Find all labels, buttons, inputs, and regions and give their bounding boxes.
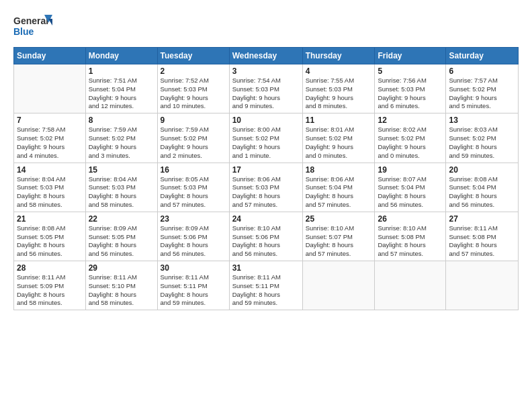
calendar-cell: 23Sunrise: 8:09 AMSunset: 5:06 PMDayligh… bbox=[157, 212, 229, 261]
day-number: 30 bbox=[161, 263, 226, 273]
day-number: 13 bbox=[449, 116, 515, 125]
calendar-week-row: 14Sunrise: 8:04 AMSunset: 5:03 PMDayligh… bbox=[14, 163, 519, 212]
calendar-cell: 26Sunrise: 8:10 AMSunset: 5:08 PMDayligh… bbox=[375, 212, 446, 261]
weekday-header-friday: Friday bbox=[375, 48, 446, 64]
calendar-cell bbox=[14, 64, 86, 113]
calendar-cell: 14Sunrise: 8:04 AMSunset: 5:03 PMDayligh… bbox=[14, 163, 86, 212]
day-info: Sunrise: 7:51 AMSunset: 5:04 PMDaylight:… bbox=[89, 77, 154, 111]
day-info: Sunrise: 8:00 AMSunset: 5:02 PMDaylight:… bbox=[232, 126, 300, 160]
day-info: Sunrise: 7:58 AMSunset: 5:02 PMDaylight:… bbox=[17, 126, 83, 160]
svg-text:General: General bbox=[13, 15, 48, 26]
svg-text:Blue: Blue bbox=[13, 26, 34, 37]
day-info: Sunrise: 7:54 AMSunset: 5:03 PMDaylight:… bbox=[232, 77, 300, 111]
day-info: Sunrise: 7:55 AMSunset: 5:03 PMDaylight:… bbox=[306, 77, 372, 111]
day-number: 21 bbox=[17, 214, 83, 224]
day-info: Sunrise: 8:03 AMSunset: 5:02 PMDaylight:… bbox=[449, 126, 515, 160]
day-number: 9 bbox=[161, 116, 226, 125]
weekday-header-saturday: Saturday bbox=[446, 48, 519, 64]
day-info: Sunrise: 8:11 AMSunset: 5:08 PMDaylight:… bbox=[449, 224, 515, 259]
calendar-cell bbox=[446, 261, 519, 310]
day-info: Sunrise: 8:01 AMSunset: 5:02 PMDaylight:… bbox=[306, 126, 372, 160]
calendar-cell: 5Sunrise: 7:56 AMSunset: 5:03 PMDaylight… bbox=[375, 64, 446, 113]
day-number: 1 bbox=[89, 66, 154, 76]
weekday-header-wednesday: Wednesday bbox=[229, 48, 302, 64]
day-info: Sunrise: 8:09 AMSunset: 5:06 PMDaylight:… bbox=[161, 224, 226, 259]
calendar-cell bbox=[302, 261, 375, 310]
day-info: Sunrise: 8:11 AMSunset: 5:09 PMDaylight:… bbox=[17, 273, 83, 308]
calendar-cell: 1Sunrise: 7:51 AMSunset: 5:04 PMDaylight… bbox=[85, 64, 157, 113]
day-number: 16 bbox=[161, 165, 226, 175]
day-number: 18 bbox=[306, 165, 372, 175]
day-info: Sunrise: 7:57 AMSunset: 5:02 PMDaylight:… bbox=[449, 77, 515, 111]
logo-svg: GeneralBlue bbox=[13, 12, 54, 42]
calendar-cell: 10Sunrise: 8:00 AMSunset: 5:02 PMDayligh… bbox=[229, 113, 302, 163]
day-info: Sunrise: 8:04 AMSunset: 5:03 PMDaylight:… bbox=[17, 175, 83, 210]
day-number: 8 bbox=[89, 116, 154, 125]
day-number: 6 bbox=[449, 66, 515, 76]
calendar-cell: 11Sunrise: 8:01 AMSunset: 5:02 PMDayligh… bbox=[302, 113, 375, 163]
calendar-cell: 22Sunrise: 8:09 AMSunset: 5:05 PMDayligh… bbox=[85, 212, 157, 261]
day-info: Sunrise: 8:08 AMSunset: 5:04 PMDaylight:… bbox=[449, 175, 515, 210]
day-number: 3 bbox=[232, 66, 300, 76]
day-number: 31 bbox=[232, 263, 300, 273]
calendar-week-row: 7Sunrise: 7:58 AMSunset: 5:02 PMDaylight… bbox=[14, 113, 519, 163]
day-number: 25 bbox=[306, 214, 372, 224]
calendar-cell: 6Sunrise: 7:57 AMSunset: 5:02 PMDaylight… bbox=[446, 64, 519, 113]
day-info: Sunrise: 8:11 AMSunset: 5:11 PMDaylight:… bbox=[232, 273, 300, 308]
day-number: 29 bbox=[89, 263, 154, 273]
day-info: Sunrise: 8:10 AMSunset: 5:06 PMDaylight:… bbox=[232, 224, 300, 259]
weekday-header-thursday: Thursday bbox=[302, 48, 375, 64]
calendar-cell: 3Sunrise: 7:54 AMSunset: 5:03 PMDaylight… bbox=[229, 64, 302, 113]
calendar-cell: 19Sunrise: 8:07 AMSunset: 5:04 PMDayligh… bbox=[375, 163, 446, 212]
svg-marker-3 bbox=[48, 19, 52, 26]
calendar-cell: 17Sunrise: 8:06 AMSunset: 5:03 PMDayligh… bbox=[229, 163, 302, 212]
logo: GeneralBlue bbox=[13, 12, 54, 42]
day-number: 11 bbox=[306, 116, 372, 125]
calendar-cell: 12Sunrise: 8:02 AMSunset: 5:02 PMDayligh… bbox=[375, 113, 446, 163]
day-number: 12 bbox=[378, 116, 443, 125]
day-info: Sunrise: 8:11 AMSunset: 5:10 PMDaylight:… bbox=[89, 273, 154, 308]
day-number: 10 bbox=[232, 116, 300, 125]
calendar-cell: 31Sunrise: 8:11 AMSunset: 5:11 PMDayligh… bbox=[229, 261, 302, 310]
day-number: 2 bbox=[161, 66, 226, 76]
day-info: Sunrise: 8:10 AMSunset: 5:08 PMDaylight:… bbox=[378, 224, 443, 259]
day-number: 14 bbox=[17, 165, 83, 175]
calendar-cell: 29Sunrise: 8:11 AMSunset: 5:10 PMDayligh… bbox=[85, 261, 157, 310]
day-number: 23 bbox=[161, 214, 226, 224]
day-info: Sunrise: 8:09 AMSunset: 5:05 PMDaylight:… bbox=[89, 224, 154, 259]
calendar-cell: 2Sunrise: 7:52 AMSunset: 5:03 PMDaylight… bbox=[157, 64, 229, 113]
calendar-week-row: 21Sunrise: 8:08 AMSunset: 5:05 PMDayligh… bbox=[14, 212, 519, 261]
day-info: Sunrise: 7:59 AMSunset: 5:02 PMDaylight:… bbox=[161, 126, 226, 160]
day-number: 4 bbox=[306, 66, 372, 76]
day-info: Sunrise: 8:06 AMSunset: 5:04 PMDaylight:… bbox=[306, 175, 372, 210]
day-number: 19 bbox=[378, 165, 443, 175]
day-number: 28 bbox=[17, 263, 83, 273]
weekday-header-row: SundayMondayTuesdayWednesdayThursdayFrid… bbox=[14, 48, 519, 64]
calendar-cell: 20Sunrise: 8:08 AMSunset: 5:04 PMDayligh… bbox=[446, 163, 519, 212]
calendar-cell: 13Sunrise: 8:03 AMSunset: 5:02 PMDayligh… bbox=[446, 113, 519, 163]
calendar-cell: 15Sunrise: 8:04 AMSunset: 5:03 PMDayligh… bbox=[85, 163, 157, 212]
day-info: Sunrise: 7:52 AMSunset: 5:03 PMDaylight:… bbox=[161, 77, 226, 111]
calendar-cell: 18Sunrise: 8:06 AMSunset: 5:04 PMDayligh… bbox=[302, 163, 375, 212]
header: GeneralBlue bbox=[13, 12, 519, 42]
day-number: 17 bbox=[232, 165, 300, 175]
calendar-cell: 9Sunrise: 7:59 AMSunset: 5:02 PMDaylight… bbox=[157, 113, 229, 163]
calendar-cell: 4Sunrise: 7:55 AMSunset: 5:03 PMDaylight… bbox=[302, 64, 375, 113]
calendar-cell: 7Sunrise: 7:58 AMSunset: 5:02 PMDaylight… bbox=[14, 113, 86, 163]
weekday-header-tuesday: Tuesday bbox=[157, 48, 229, 64]
day-number: 26 bbox=[378, 214, 443, 224]
day-info: Sunrise: 8:06 AMSunset: 5:03 PMDaylight:… bbox=[232, 175, 300, 210]
day-number: 20 bbox=[449, 165, 515, 175]
calendar-cell: 24Sunrise: 8:10 AMSunset: 5:06 PMDayligh… bbox=[229, 212, 302, 261]
day-info: Sunrise: 8:04 AMSunset: 5:03 PMDaylight:… bbox=[89, 175, 154, 210]
day-number: 27 bbox=[449, 214, 515, 224]
calendar-table: SundayMondayTuesdayWednesdayThursdayFrid… bbox=[13, 47, 519, 310]
day-info: Sunrise: 8:08 AMSunset: 5:05 PMDaylight:… bbox=[17, 224, 83, 259]
calendar-cell: 21Sunrise: 8:08 AMSunset: 5:05 PMDayligh… bbox=[14, 212, 86, 261]
calendar-cell: 25Sunrise: 8:10 AMSunset: 5:07 PMDayligh… bbox=[302, 212, 375, 261]
day-info: Sunrise: 8:07 AMSunset: 5:04 PMDaylight:… bbox=[378, 175, 443, 210]
weekday-header-monday: Monday bbox=[85, 48, 157, 64]
day-info: Sunrise: 8:02 AMSunset: 5:02 PMDaylight:… bbox=[378, 126, 443, 160]
page: GeneralBlue SundayMondayTuesdayWednesday… bbox=[0, 0, 532, 411]
day-number: 15 bbox=[89, 165, 154, 175]
